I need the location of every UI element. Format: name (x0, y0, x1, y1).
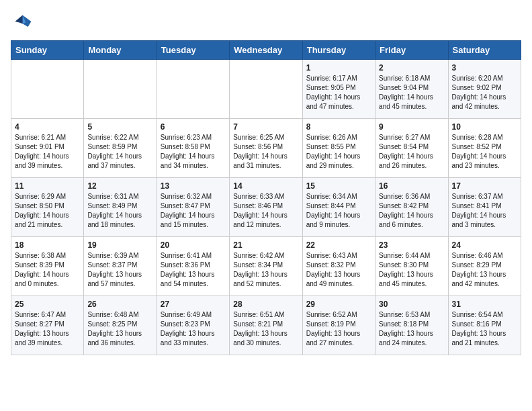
day-info: Sunrise: 6:18 AM Sunset: 9:04 PM Dayligh… (379, 74, 444, 111)
calendar-week-row: 4Sunrise: 6:21 AM Sunset: 9:01 PM Daylig… (11, 119, 521, 178)
calendar-cell: 10Sunrise: 6:28 AM Sunset: 8:52 PM Dayli… (448, 119, 521, 178)
weekday-header: Thursday (302, 41, 375, 60)
page-header (11, 11, 521, 32)
calendar-cell: 24Sunrise: 6:46 AM Sunset: 8:29 PM Dayli… (448, 237, 521, 296)
day-info: Sunrise: 6:34 AM Sunset: 8:44 PM Dayligh… (306, 192, 371, 230)
day-info: Sunrise: 6:44 AM Sunset: 8:30 PM Dayligh… (379, 251, 444, 289)
calendar-header: SundayMondayTuesdayWednesdayThursdayFrid… (11, 41, 521, 60)
day-number: 21 (233, 240, 298, 250)
day-info: Sunrise: 6:54 AM Sunset: 8:16 PM Dayligh… (452, 310, 517, 348)
day-number: 5 (87, 122, 152, 132)
calendar-cell: 27Sunrise: 6:49 AM Sunset: 8:23 PM Dayli… (157, 296, 229, 355)
calendar-week-row: 18Sunrise: 6:38 AM Sunset: 8:39 PM Dayli… (11, 237, 521, 296)
calendar-week-row: 25Sunrise: 6:47 AM Sunset: 8:27 PM Dayli… (11, 296, 521, 355)
calendar-cell: 16Sunrise: 6:36 AM Sunset: 8:42 PM Dayli… (375, 178, 448, 237)
day-info: Sunrise: 6:32 AM Sunset: 8:47 PM Dayligh… (161, 192, 226, 230)
day-info: Sunrise: 6:29 AM Sunset: 8:50 PM Dayligh… (15, 192, 80, 230)
calendar-cell: 17Sunrise: 6:37 AM Sunset: 8:41 PM Dayli… (448, 178, 521, 237)
calendar-cell: 19Sunrise: 6:39 AM Sunset: 8:37 PM Dayli… (84, 237, 157, 296)
calendar-cell: 26Sunrise: 6:48 AM Sunset: 8:25 PM Dayli… (84, 296, 157, 355)
day-number: 13 (161, 181, 226, 191)
calendar-cell: 20Sunrise: 6:41 AM Sunset: 8:36 PM Dayli… (157, 237, 229, 296)
day-number: 27 (161, 300, 226, 309)
weekday-header: Friday (375, 41, 448, 60)
weekday-header: Wednesday (230, 41, 302, 60)
calendar-cell: 18Sunrise: 6:38 AM Sunset: 8:39 PM Dayli… (11, 237, 84, 296)
calendar-body: 1Sunrise: 6:17 AM Sunset: 9:05 PM Daylig… (11, 60, 521, 355)
calendar-cell: 11Sunrise: 6:29 AM Sunset: 8:50 PM Dayli… (11, 178, 84, 237)
day-number: 7 (233, 122, 298, 132)
calendar-cell (230, 60, 302, 119)
day-number: 18 (15, 240, 80, 250)
calendar-cell: 3Sunrise: 6:20 AM Sunset: 9:02 PM Daylig… (448, 60, 521, 119)
day-info: Sunrise: 6:25 AM Sunset: 8:56 PM Dayligh… (233, 133, 298, 171)
calendar-cell: 31Sunrise: 6:54 AM Sunset: 8:16 PM Dayli… (448, 296, 521, 355)
day-info: Sunrise: 6:47 AM Sunset: 8:27 PM Dayligh… (15, 310, 80, 348)
day-number: 12 (87, 181, 152, 191)
day-number: 22 (306, 240, 371, 250)
calendar-cell (11, 60, 84, 119)
calendar-week-row: 1Sunrise: 6:17 AM Sunset: 9:05 PM Daylig… (11, 60, 521, 119)
day-number: 31 (452, 300, 517, 309)
weekday-header: Tuesday (157, 41, 229, 60)
day-number: 2 (379, 63, 444, 73)
day-info: Sunrise: 6:48 AM Sunset: 8:25 PM Dayligh… (87, 310, 152, 348)
day-info: Sunrise: 6:52 AM Sunset: 8:19 PM Dayligh… (306, 310, 371, 348)
day-number: 30 (379, 300, 444, 309)
day-info: Sunrise: 6:51 AM Sunset: 8:21 PM Dayligh… (233, 310, 298, 348)
calendar-cell: 14Sunrise: 6:33 AM Sunset: 8:46 PM Dayli… (230, 178, 302, 237)
calendar-cell: 29Sunrise: 6:52 AM Sunset: 8:19 PM Dayli… (302, 296, 375, 355)
day-info: Sunrise: 6:22 AM Sunset: 8:59 PM Dayligh… (87, 133, 152, 171)
day-number: 25 (15, 300, 80, 309)
calendar-cell: 30Sunrise: 6:53 AM Sunset: 8:18 PM Dayli… (375, 296, 448, 355)
calendar-cell (157, 60, 229, 119)
day-info: Sunrise: 6:21 AM Sunset: 9:01 PM Dayligh… (15, 133, 80, 171)
day-info: Sunrise: 6:23 AM Sunset: 8:58 PM Dayligh… (161, 133, 226, 171)
header-row: SundayMondayTuesdayWednesdayThursdayFrid… (11, 41, 521, 60)
day-info: Sunrise: 6:38 AM Sunset: 8:39 PM Dayligh… (15, 251, 80, 289)
weekday-header: Monday (84, 41, 157, 60)
day-number: 11 (15, 181, 80, 191)
calendar-cell: 22Sunrise: 6:43 AM Sunset: 8:32 PM Dayli… (302, 237, 375, 296)
calendar-cell: 25Sunrise: 6:47 AM Sunset: 8:27 PM Dayli… (11, 296, 84, 355)
day-info: Sunrise: 6:26 AM Sunset: 8:55 PM Dayligh… (306, 133, 371, 171)
day-number: 20 (161, 240, 226, 250)
weekday-header: Sunday (11, 41, 84, 60)
day-info: Sunrise: 6:46 AM Sunset: 8:29 PM Dayligh… (452, 251, 517, 289)
weekday-header: Saturday (448, 41, 521, 60)
day-number: 28 (233, 300, 298, 309)
day-number: 10 (452, 122, 517, 132)
day-info: Sunrise: 6:20 AM Sunset: 9:02 PM Dayligh… (452, 74, 517, 111)
calendar-cell: 6Sunrise: 6:23 AM Sunset: 8:58 PM Daylig… (157, 119, 229, 178)
day-number: 23 (379, 240, 444, 250)
day-info: Sunrise: 6:36 AM Sunset: 8:42 PM Dayligh… (379, 192, 444, 230)
calendar-cell: 12Sunrise: 6:31 AM Sunset: 8:49 PM Dayli… (84, 178, 157, 237)
day-info: Sunrise: 6:42 AM Sunset: 8:34 PM Dayligh… (233, 251, 298, 289)
day-number: 4 (15, 122, 80, 132)
day-number: 16 (379, 181, 444, 191)
logo (11, 11, 35, 32)
day-number: 9 (379, 122, 444, 132)
calendar-cell: 28Sunrise: 6:51 AM Sunset: 8:21 PM Dayli… (230, 296, 302, 355)
calendar-cell: 9Sunrise: 6:27 AM Sunset: 8:54 PM Daylig… (375, 119, 448, 178)
day-number: 6 (161, 122, 226, 132)
day-info: Sunrise: 6:33 AM Sunset: 8:46 PM Dayligh… (233, 192, 298, 230)
day-number: 17 (452, 181, 517, 191)
calendar-cell: 21Sunrise: 6:42 AM Sunset: 8:34 PM Dayli… (230, 237, 302, 296)
day-number: 14 (233, 181, 298, 191)
logo-icon (11, 11, 32, 32)
day-info: Sunrise: 6:27 AM Sunset: 8:54 PM Dayligh… (379, 133, 444, 171)
day-info: Sunrise: 6:41 AM Sunset: 8:36 PM Dayligh… (161, 251, 226, 289)
calendar-cell: 4Sunrise: 6:21 AM Sunset: 9:01 PM Daylig… (11, 119, 84, 178)
day-info: Sunrise: 6:39 AM Sunset: 8:37 PM Dayligh… (87, 251, 152, 289)
calendar-week-row: 11Sunrise: 6:29 AM Sunset: 8:50 PM Dayli… (11, 178, 521, 237)
day-number: 1 (306, 63, 371, 73)
day-info: Sunrise: 6:53 AM Sunset: 8:18 PM Dayligh… (379, 310, 444, 348)
day-number: 19 (87, 240, 152, 250)
calendar-cell: 13Sunrise: 6:32 AM Sunset: 8:47 PM Dayli… (157, 178, 229, 237)
day-info: Sunrise: 6:37 AM Sunset: 8:41 PM Dayligh… (452, 192, 517, 230)
calendar-cell: 15Sunrise: 6:34 AM Sunset: 8:44 PM Dayli… (302, 178, 375, 237)
day-info: Sunrise: 6:31 AM Sunset: 8:49 PM Dayligh… (87, 192, 152, 230)
calendar-cell: 8Sunrise: 6:26 AM Sunset: 8:55 PM Daylig… (302, 119, 375, 178)
day-number: 24 (452, 240, 517, 250)
